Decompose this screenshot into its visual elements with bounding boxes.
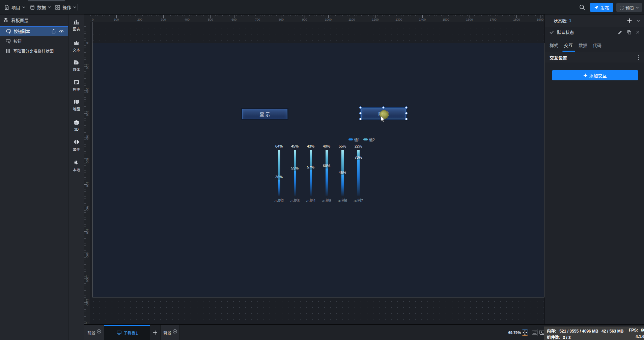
board-icon [117,331,121,335]
ruler-label: 800 [279,18,284,21]
ruler-tick [84,154,86,154]
ruler-tick [361,15,362,16]
ruler-tick [84,104,86,104]
ruler-tick [175,15,175,16]
tab-data[interactable]: 数据 [579,42,587,48]
layer-label: 按钮副本 [14,28,30,34]
ruler-tick [84,319,86,319]
category-media[interactable]: 媒体 [68,59,84,72]
ruler-tick [131,15,131,16]
ruler-tick [463,15,463,16]
category-map[interactable]: 地图 [68,99,84,111]
ruler-tick [84,203,86,204]
foreground-tab[interactable]: 前景 [84,325,104,340]
bar-segment-v1 [294,171,296,196]
circled-plus-icon[interactable] [97,329,101,334]
ruler-tick [481,15,482,16]
ruler-tick [274,15,274,16]
ruler-tick [84,59,86,60]
resize-handle-n[interactable] [382,106,385,109]
background-tab[interactable]: 背景 [160,325,180,340]
chart-icon [73,19,80,25]
menu-project[interactable]: 项目 [4,0,25,15]
subboard-tab-label: 子看板1 [123,330,138,336]
layer-row-button-copy[interactable]: 按钮副本 [0,26,68,36]
zoom-level[interactable]: 69.79% [505,325,521,340]
stacked-bar-chart[interactable]: 值1值264%36%示例245%55%示例343%57%示例440%60%示例5… [93,43,544,297]
ruler-tick [100,15,100,16]
ruler-tick [286,15,286,16]
resize-handle-nw[interactable] [359,106,362,109]
edit-pencil-icon[interactable] [618,30,622,34]
close-icon[interactable] [636,30,640,34]
add-state-icon[interactable] [627,18,632,23]
ruler-tick [232,15,232,16]
ruler-tick [84,99,86,100]
eye-icon[interactable] [59,29,64,33]
copy-icon[interactable] [627,30,631,34]
unlock-icon[interactable] [52,29,56,33]
resize-handle-ne[interactable] [405,106,408,109]
ruler-tick [340,15,340,16]
resize-handle-se[interactable] [405,118,408,120]
subboard-tab[interactable]: 子看板1 [104,325,150,340]
tab-style[interactable]: 样式 [550,42,558,48]
layer-row-stacked-bar-chart[interactable]: 基础百分比堆叠柱状图 [0,46,68,56]
circled-plus-icon[interactable] [173,329,177,334]
chevron-down-icon[interactable] [637,20,640,22]
ruler-tick [84,180,86,180]
text-art-icon [73,40,80,46]
ruler-tick [102,15,103,16]
kebab-menu-icon[interactable] [638,55,639,60]
ruler-tick [149,15,149,16]
tab-code[interactable]: 代码 [593,42,601,48]
ruler-tick [107,15,107,16]
ruler-tick [458,15,458,16]
fit-to-screen-icon[interactable] [522,330,528,336]
ruler-tick [84,286,86,286]
menu-operations[interactable]: 操作 [55,0,76,15]
ruler-tick [180,15,180,16]
category-controls[interactable]: 控件 [68,79,84,92]
ruler-tick [375,15,375,18]
tab-interaction[interactable]: 交互 [564,42,573,48]
category-text[interactable]: 文本 [68,40,84,52]
search-icon[interactable] [579,4,586,11]
add-interaction-button[interactable]: 添加交互 [552,70,638,80]
resize-handle-w[interactable] [359,112,362,114]
category-label: 地图 [68,106,84,111]
ruler-tick [279,15,279,16]
ruler-tick [368,15,369,16]
category-charts[interactable]: 图表 [68,19,84,31]
database-icon [30,5,35,10]
ruler-tick [251,15,251,16]
layer-row-button[interactable]: 按钮 [0,36,68,46]
ruler-tick [84,123,86,123]
menu-data[interactable]: 数据 [30,0,51,15]
resize-handle-sw[interactable] [359,118,362,120]
preview-button[interactable]: 预览 [616,3,642,12]
add-board-button[interactable] [150,325,160,340]
background-label: 背景 [163,330,171,336]
category-3d[interactable]: 3D [68,120,84,131]
category-kits[interactable]: 套件 [68,139,84,152]
publish-button[interactable]: 发布 [590,3,613,12]
ruler-label: 300 [86,111,89,116]
ruler-tick [128,15,129,16]
ruler-tick [84,222,86,222]
keyboard-shortcuts-icon[interactable] [532,330,538,336]
category-local[interactable]: 本地 [68,160,84,172]
bar-segment-v1 [341,175,344,196]
design-canvas[interactable]: 显示 值1值264%36%示例245%55%示例343%57%示例440%60%… [92,43,544,297]
map-icon [73,99,80,105]
ruler-tick [154,15,154,16]
ruler-tick [133,15,133,16]
resize-handle-e[interactable] [405,112,408,114]
paper-plane-icon [594,5,598,10]
layer-label: 基础百分比堆叠柱状图 [13,48,54,54]
default-state-row[interactable]: 默认状态 [545,27,644,37]
ruler-tick [84,283,86,284]
ruler-tick [84,288,86,288]
editor-viewport[interactable]: 显示 值1值264%36%示例245%55%示例343%57%示例440%60%… [90,22,544,325]
ruler-tick [84,45,86,46]
